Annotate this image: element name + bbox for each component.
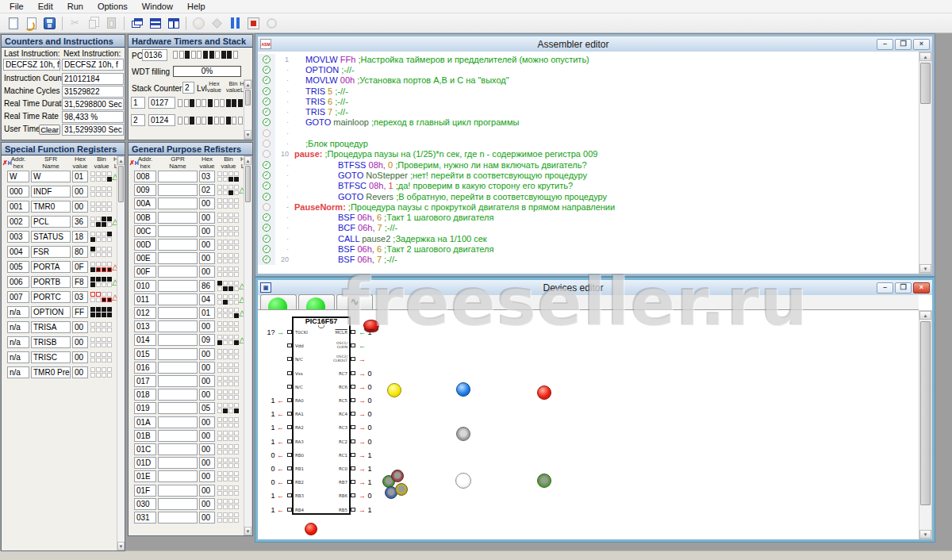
- register-name[interactable]: [158, 334, 198, 346]
- breakpoint-gutter[interactable]: ✓: [258, 117, 275, 128]
- cascade-windows-button[interactable]: [128, 15, 146, 32]
- register-name[interactable]: PORTB: [31, 276, 71, 288]
- bit-cell[interactable]: [191, 51, 196, 59]
- devices-scrollbar[interactable]: ▲▼: [919, 310, 932, 539]
- register-addr[interactable]: n/a: [7, 366, 29, 378]
- blue-led[interactable]: [456, 382, 470, 397]
- register-addr[interactable]: 014: [134, 334, 156, 346]
- scroll-up-arrow[interactable]: ▲: [919, 52, 931, 61]
- register-hex-value[interactable]: 36: [72, 216, 88, 228]
- breakpoint-gutter[interactable]: ✓: [258, 223, 275, 233]
- bit-cell[interactable]: [214, 117, 219, 125]
- bit-cell[interactable]: [220, 117, 225, 125]
- breakpoint-gutter[interactable]: ✓: [258, 212, 275, 222]
- scroll-up-arrow[interactable]: ▲: [919, 311, 931, 320]
- register-addr[interactable]: 01B: [134, 430, 156, 442]
- scroll-down-arrow[interactable]: ▼: [919, 264, 931, 273]
- register-addr[interactable]: 01E: [134, 470, 156, 482]
- register-name[interactable]: [158, 307, 198, 319]
- register-name[interactable]: [158, 470, 198, 482]
- register-hex-value[interactable]: 00: [199, 252, 215, 264]
- register-addr[interactable]: 002: [7, 216, 29, 228]
- register-addr[interactable]: 010: [134, 280, 156, 292]
- bit-cell[interactable]: [203, 51, 208, 59]
- register-name[interactable]: [158, 293, 198, 305]
- register-hex-value[interactable]: 0F: [72, 261, 88, 273]
- binary-grid[interactable]: [217, 417, 240, 429]
- bit-cell[interactable]: [233, 51, 238, 59]
- scroll-up-arrow[interactable]: ▲: [244, 80, 251, 89]
- register-name[interactable]: [158, 320, 198, 332]
- register-addr[interactable]: 018: [134, 389, 156, 401]
- sred-led[interactable]: [391, 470, 404, 482]
- binary-grid[interactable]: [90, 247, 113, 259]
- register-name[interactable]: [158, 184, 198, 196]
- last-instruction-value[interactable]: DECFSZ 10h, f: [3, 59, 60, 71]
- counter-value[interactable]: 31529822: [62, 86, 124, 98]
- bit-cell[interactable]: [178, 117, 182, 125]
- register-name[interactable]: [158, 225, 198, 237]
- binary-grid[interactable]: [217, 240, 240, 251]
- binary-grid[interactable]: [90, 367, 113, 379]
- devices-close-button[interactable]: ×: [913, 282, 930, 293]
- breakpoint-gutter[interactable]: ✓: [258, 64, 275, 75]
- bit-cell[interactable]: [173, 51, 178, 59]
- bit-cell[interactable]: [238, 99, 243, 107]
- binary-grid[interactable]: [217, 267, 240, 278]
- register-name[interactable]: INDF: [31, 186, 71, 198]
- bit-cell[interactable]: [196, 117, 201, 125]
- step-button[interactable]: [208, 15, 226, 32]
- counter-value[interactable]: 98,433 %: [62, 111, 124, 123]
- bit-cell[interactable]: [184, 99, 189, 107]
- register-name[interactable]: [158, 171, 198, 182]
- device-tab-led-2[interactable]: [298, 294, 335, 309]
- assembler-code-area[interactable]: ✓1MOVLW FFh ;Настройка таймеров и предде…: [258, 52, 919, 274]
- register-hex-value[interactable]: 00: [199, 498, 215, 510]
- register-addr[interactable]: n/a: [7, 351, 29, 363]
- pic16f57-chip[interactable]: PIC16F57T0CKI1? →VddN/CVssN/CRA01 ←RA11 …: [292, 316, 351, 515]
- register-hex-value[interactable]: F8: [72, 276, 88, 288]
- breakpoint-gutter[interactable]: ✓: [258, 54, 275, 64]
- binary-grid[interactable]: [217, 376, 240, 388]
- reset-button[interactable]: [263, 15, 281, 32]
- register-name[interactable]: TRISA: [31, 321, 71, 333]
- register-hex-value[interactable]: 00: [199, 485, 215, 497]
- register-name[interactable]: [158, 252, 198, 264]
- binary-grid[interactable]: [90, 232, 113, 244]
- register-hex-value[interactable]: 00: [199, 443, 215, 455]
- paste-button[interactable]: [102, 15, 121, 32]
- register-name[interactable]: TRISB: [31, 336, 71, 348]
- register-name[interactable]: STATUS: [31, 231, 71, 243]
- stack-hex-field[interactable]: 0124: [148, 114, 175, 126]
- menu-item-window[interactable]: Window: [135, 1, 180, 12]
- breakpoint-gutter[interactable]: ✓: [258, 86, 275, 96]
- register-hex-value[interactable]: 00: [199, 348, 215, 360]
- bit-cell[interactable]: [202, 99, 206, 107]
- copy-button[interactable]: [84, 15, 102, 32]
- register-addr[interactable]: 008: [134, 171, 156, 182]
- register-hex-value[interactable]: 00: [199, 430, 215, 442]
- register-hex-value[interactable]: FF: [72, 306, 88, 318]
- register-name[interactable]: [158, 212, 198, 224]
- register-addr[interactable]: 01C: [134, 443, 156, 455]
- binary-grid[interactable]: [217, 471, 240, 483]
- asm-maximize-button[interactable]: ❒: [895, 39, 912, 50]
- register-name[interactable]: PCL: [31, 216, 71, 228]
- devices-canvas[interactable]: PIC16F57T0CKI1? →VddN/CVssN/CRA01 ←RA11 …: [258, 310, 919, 539]
- breakpoint-gutter[interactable]: [258, 149, 275, 159]
- bit-cell[interactable]: [238, 117, 243, 125]
- register-hex-value[interactable]: 00: [199, 375, 215, 387]
- register-name[interactable]: [158, 457, 198, 469]
- register-addr[interactable]: 013: [134, 320, 156, 332]
- register-hex-value[interactable]: 00: [199, 362, 215, 374]
- binary-grid[interactable]: [217, 226, 240, 238]
- white-led[interactable]: [455, 473, 471, 489]
- breakpoint-gutter[interactable]: ✓: [258, 244, 275, 254]
- breakpoint-gutter[interactable]: ✓: [258, 75, 275, 86]
- bit-cell[interactable]: [209, 51, 214, 59]
- bit-cell[interactable]: [197, 51, 202, 59]
- register-hex-value[interactable]: 86: [199, 280, 215, 292]
- register-addr[interactable]: 01F: [134, 485, 156, 497]
- asm-scrollbar[interactable]: ▲▼: [919, 52, 932, 274]
- register-addr[interactable]: 005: [7, 261, 29, 273]
